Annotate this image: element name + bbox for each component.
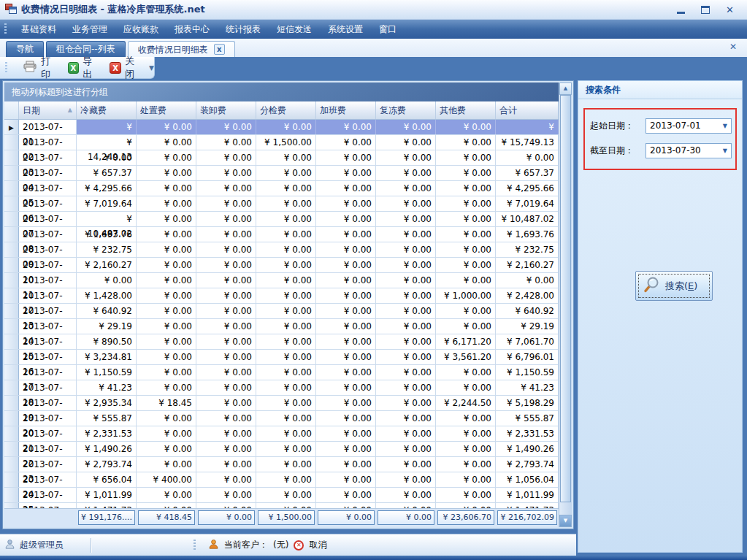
cell-value[interactable]: ¥ 0.00	[137, 365, 196, 380]
table-row[interactable]: 2013-07-26¥ 1,471.73¥ 0.00¥ 0.00¥ 0.00¥ …	[4, 503, 559, 508]
row-indicator[interactable]	[4, 150, 19, 165]
cell-value[interactable]: ¥ 0.00	[256, 181, 316, 196]
cell-value[interactable]: ¥ 0.00	[376, 411, 436, 426]
cell-value[interactable]: ¥ 555.87	[77, 411, 137, 426]
cell-value[interactable]: ¥ 1,490.26	[77, 442, 137, 456]
cell-value[interactable]: ¥ 6,796.01	[496, 350, 559, 364]
cell-value[interactable]: ¥ 0.00	[256, 411, 316, 426]
cell-value[interactable]: ¥ 0.00	[436, 488, 496, 502]
cell-value[interactable]: ¥ 0.00	[137, 273, 196, 288]
table-row[interactable]: 2013-07-24¥ 656.04¥ 400.00¥ 0.00¥ 0.00¥ …	[4, 472, 559, 488]
cell-value[interactable]: ¥ 2,160.27	[496, 258, 559, 272]
cell-value[interactable]: ¥ 0.00	[436, 457, 496, 472]
cell-value[interactable]: ¥ 2,793.74	[496, 457, 559, 472]
cell-value[interactable]: ¥ 0.00	[436, 166, 496, 180]
cell-date[interactable]: 2013-07-10	[19, 258, 77, 272]
table-row[interactable]: 2013-07-14¥ 29.19¥ 0.00¥ 0.00¥ 0.00¥ 0.0…	[4, 319, 559, 334]
cell-value[interactable]: ¥ 0.00	[196, 334, 256, 349]
cell-value[interactable]: ¥ 0.00	[137, 319, 196, 334]
cell-value[interactable]: ¥ 0.00	[376, 288, 436, 303]
cell-value[interactable]: ¥ 0.00	[256, 472, 316, 487]
close-window-button[interactable]: ✕	[726, 5, 734, 15]
menu-item-settings[interactable]: 系统设置	[320, 20, 371, 39]
cell-value[interactable]: ¥ 0.00	[436, 227, 496, 242]
tab-close-icon[interactable]: x	[214, 44, 225, 55]
cell-value[interactable]: ¥ 0.00	[256, 212, 316, 226]
cell-value[interactable]: ¥ 0.00	[196, 273, 256, 288]
cell-date[interactable]: 2013-07-22	[19, 442, 77, 456]
table-row[interactable]: 2013-07-25¥ 1,011.99¥ 0.00¥ 0.00¥ 0.00¥ …	[4, 488, 559, 503]
cell-value[interactable]: ¥ 14,249.13	[77, 135, 137, 150]
table-row[interactable]: 2013-07-23¥ 2,793.74¥ 0.00¥ 0.00¥ 0.00¥ …	[4, 457, 559, 472]
cell-value[interactable]: ¥ 0.00	[436, 503, 496, 508]
column-header-date[interactable]: 日期 ▲	[19, 101, 77, 119]
row-indicator[interactable]	[4, 212, 19, 226]
row-indicator[interactable]	[4, 258, 19, 272]
cell-date[interactable]: 2013-07-08	[19, 227, 77, 242]
cell-date[interactable]: 2013-07-11	[19, 273, 77, 288]
cell-value[interactable]: ¥ 0.00	[256, 396, 316, 410]
table-row[interactable]: 2013-07-16¥ 3,234.81¥ 0.00¥ 0.00¥ 0.00¥ …	[4, 350, 559, 365]
cell-value[interactable]: ¥ 0.00	[436, 196, 496, 211]
cell-value[interactable]: ¥ 0.00	[256, 304, 316, 318]
table-row[interactable]: 2013-07-15¥ 890.50¥ 0.00¥ 0.00¥ 0.00¥ 0.…	[4, 334, 559, 350]
cell-value[interactable]: ¥ 0.00	[256, 196, 316, 211]
cell-value[interactable]: ¥ 0.00	[77, 273, 137, 288]
cell-value[interactable]: ¥ 0.00	[376, 135, 436, 150]
cell-value[interactable]: ¥ 127,972.87	[496, 120, 559, 134]
cell-date[interactable]: 2013-07-05	[19, 181, 77, 196]
cell-value[interactable]: ¥ 0.00	[256, 503, 316, 508]
cell-value[interactable]: ¥ 0.00	[436, 426, 496, 441]
cell-value[interactable]: ¥ 1,428.00	[77, 288, 137, 303]
cell-value[interactable]: ¥ 1,490.26	[496, 442, 559, 456]
cell-value[interactable]: ¥ 0.00	[316, 120, 376, 134]
cell-value[interactable]: ¥ 0.00	[376, 396, 436, 410]
cell-value[interactable]: ¥ 2,331.53	[496, 426, 559, 441]
cell-value[interactable]: ¥ 2,244.50	[436, 396, 496, 410]
cell-value[interactable]: ¥ 0.00	[376, 304, 436, 318]
row-indicator[interactable]	[4, 380, 19, 395]
cell-value[interactable]: ¥ 0.00	[256, 227, 316, 242]
cell-value[interactable]: ¥ 0.00	[137, 442, 196, 456]
cell-value[interactable]: ¥ 0.00	[256, 365, 316, 380]
cell-value[interactable]: ¥ 0.00	[376, 212, 436, 226]
cell-value[interactable]: ¥ 656.04	[77, 472, 137, 487]
cell-value[interactable]: ¥ 2,428.00	[496, 288, 559, 303]
row-indicator[interactable]	[4, 503, 19, 508]
cell-value[interactable]: ¥ 232.75	[77, 242, 137, 257]
cell-value[interactable]: ¥ 0.00	[256, 120, 316, 134]
cell-value[interactable]: ¥ 0.00	[436, 150, 496, 165]
cell-date[interactable]: 2013-07-17	[19, 365, 77, 380]
table-row[interactable]: 2013-07-07¥ 10,487.02¥ 0.00¥ 0.00¥ 0.00¥…	[4, 212, 559, 227]
cell-value[interactable]: ¥ 0.00	[196, 488, 256, 502]
cell-value[interactable]: ¥ 0.00	[196, 304, 256, 318]
cell-value[interactable]: ¥ 0.00	[496, 273, 559, 288]
cell-value[interactable]: ¥ 0.00	[316, 273, 376, 288]
cell-value[interactable]: ¥ 0.00	[137, 166, 196, 180]
cell-value[interactable]: ¥ 0.00	[256, 288, 316, 303]
table-row[interactable]: 2013-07-13¥ 640.92¥ 0.00¥ 0.00¥ 0.00¥ 0.…	[4, 304, 559, 319]
table-row[interactable]: 2013-07-02¥ 14,249.13¥ 0.00¥ 0.00¥ 1,500…	[4, 135, 559, 150]
row-indicator[interactable]	[4, 242, 19, 257]
cell-date[interactable]: 2013-07-03	[19, 150, 77, 165]
table-row[interactable]: 2013-07-10¥ 2,160.27¥ 0.00¥ 0.00¥ 0.00¥ …	[4, 258, 559, 273]
cell-value[interactable]: ¥ 0.00	[496, 150, 559, 165]
cell-value[interactable]: ¥ 1,693.76	[496, 227, 559, 242]
cell-value[interactable]: ¥ 2,935.34	[77, 396, 137, 410]
cell-value[interactable]: ¥ 0.00	[256, 442, 316, 456]
cell-value[interactable]: ¥ 1,471.73	[496, 503, 559, 508]
cell-value[interactable]: ¥ 0.00	[436, 380, 496, 395]
cell-value[interactable]: ¥ 0.00	[436, 442, 496, 456]
toolbar-dropdown-caret-icon[interactable]: ▼	[149, 64, 154, 72]
cell-value[interactable]: ¥ 0.00	[196, 227, 256, 242]
cell-date[interactable]: 2013-07-24	[19, 472, 77, 487]
cell-value[interactable]: ¥ 0.00	[436, 242, 496, 257]
cell-value[interactable]: ¥ 7,019.64	[496, 196, 559, 211]
tabstrip-close-icon[interactable]: ✕	[729, 42, 741, 55]
cell-value[interactable]: ¥ 0.00	[376, 227, 436, 242]
cell-value[interactable]: ¥ 0.00	[316, 442, 376, 456]
cell-value[interactable]: ¥ 0.00	[196, 457, 256, 472]
cell-value[interactable]: ¥ 1,500.00	[256, 135, 316, 150]
row-indicator[interactable]	[4, 196, 19, 211]
cell-date[interactable]: 2013-07-14	[19, 319, 77, 334]
